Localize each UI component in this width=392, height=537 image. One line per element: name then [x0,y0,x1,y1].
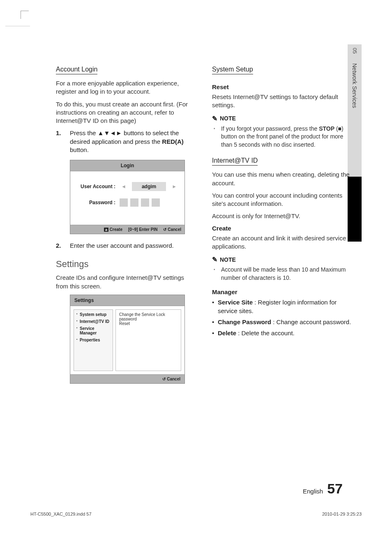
login-title: Login [70,160,184,171]
step-number: 1. [56,129,63,154]
left-column: Account Login For a more enjoyable appli… [56,66,196,384]
password-row: Password : [78,198,179,207]
a-badge-icon: a [104,228,108,232]
stop-label: STOP [319,125,334,132]
sidebar-item: Service Manager [76,326,110,335]
pin-boxes [120,198,160,207]
sidebar-item: Internet@TV ID [76,319,110,324]
sidebar-item: Properties [76,338,110,342]
text: Press the [70,129,98,136]
text: Create [110,227,122,232]
select-right-icon: ► [170,184,178,189]
page-content: Account Login For a more enjoyable appli… [56,66,352,384]
item-desc: : Delete the account. [236,330,295,336]
heading-account-login: Account Login [56,66,97,74]
note-item: Account will be made less than 10 and Ma… [221,266,352,282]
step-1: 1. Press the ▲▼◄► buttons to select the … [56,129,196,154]
manager-item: Service Site : Register login informatio… [218,298,352,315]
user-account-label: User Account : [78,184,115,189]
sidebar-item: System setup [76,312,110,317]
password-label: Password : [78,200,115,205]
stop-icon: ■ [338,125,341,132]
footer-language: English [303,488,323,495]
imprint-file: HT-C5500_XAC_0129.indd 57 [30,512,92,516]
note-label: NOTE [220,115,236,122]
page-footer: English 57 [303,481,343,497]
login-footer: a Create [0~9] Enter PIN ↺ Cancel [70,225,184,234]
item-term: Service Site [218,299,253,306]
item-term: Delete [218,330,236,336]
text: Cancel [167,377,180,381]
create-hint: a Create [104,227,122,232]
crop-mark [21,11,29,19]
manager-list: Service Site : Register login informatio… [212,298,352,337]
para: Account is only for Internet@TV. [212,212,352,220]
note-item: If you forgot your password, press the S… [221,125,352,149]
heading-settings: Settings [56,259,196,270]
subheading-create: Create [212,225,352,232]
para: Resets Internet@TV settings to factory d… [212,93,352,110]
right-column: System Setup Reset Resets Internet@TV se… [212,66,352,384]
para: Create IDs and configure Internet@TV set… [56,274,196,290]
ordered-steps: 1. Press the ▲▼◄► buttons to select the … [56,129,196,154]
note-list: If you forgot your password, press the S… [212,125,352,149]
note-label: NOTE [220,256,236,263]
pin-box [120,198,128,207]
settings-option: Reset [119,321,178,326]
arrow-glyphs: ▲▼◄► [98,129,122,136]
settings-dialog: Settings System setup Internet@TV ID Ser… [70,295,185,384]
login-dialog: Login User Account : ◄ adgim ► Password … [70,160,185,234]
item-desc: : Change account password. [271,318,351,325]
user-account-row: User Account : ◄ adgim ► [78,182,179,191]
settings-sidebar: System setup Internet@TV ID Service Mana… [74,309,113,371]
select-left-icon: ◄ [120,184,128,189]
note-heading: ✎ NOTE [212,256,352,263]
note-heading: ✎ NOTE [212,115,352,122]
pin-box [130,198,138,207]
step-text: Press the ▲▼◄► buttons to select the des… [70,129,196,154]
note-icon: ✎ [212,115,217,122]
text: ( [334,125,338,132]
heading-system-setup: System Setup [212,66,253,74]
step-number: 2. [56,242,63,250]
text: button. [70,146,89,153]
para: Create an account and link it with desir… [212,234,352,251]
user-account-value: adgim [132,182,166,191]
pin-box [152,198,160,207]
subheading-manager: Manager [212,288,352,295]
settings-main: Change the Service Lock password Reset [115,309,181,371]
settings-footer: ↺ Cancel [70,374,184,383]
note-icon: ✎ [212,256,217,263]
text: Cancel [168,227,181,232]
text: If you forgot your password, press the [221,125,319,132]
settings-title: Settings [70,295,184,306]
step-2: 2. Enter the user account and password. [56,242,196,250]
note-list: Account will be made less than 10 and Ma… [212,266,352,282]
page-number: 57 [327,481,343,497]
manager-item: Delete : Delete the account. [218,329,352,337]
imprint: HT-C5500_XAC_0129.indd 57 2010-01-29 3:2… [30,512,362,516]
ordered-steps: 2. Enter the user account and password. [56,242,196,250]
login-body: User Account : ◄ adgim ► Password : [70,171,184,225]
cancel-hint: ↺ Cancel [163,227,181,232]
heading-internet-tv-id: Internet@TV ID [212,157,258,166]
chapter-number: 05 [352,44,358,58]
enter-pin-hint: [0~9] Enter PIN [128,227,157,232]
settings-option: Change the Service Lock password [119,312,178,321]
para: For a more enjoyable application experie… [56,79,196,96]
imprint-datetime: 2010-01-29 3:25:23 [322,512,362,516]
red-a-label: RED(A) [162,138,184,145]
manager-item: Change Password : Change account passwor… [218,318,352,326]
para: You can control your account including c… [212,191,352,208]
settings-body: System setup Internet@TV ID Service Mana… [70,306,184,374]
para: To do this, you must create an account f… [56,100,196,125]
para: You can use this menu when creating, del… [212,171,352,187]
step-text: Enter the user account and password. [70,242,174,250]
item-term: Change Password [218,318,271,325]
subheading-reset: Reset [212,83,352,90]
pin-box [141,198,149,207]
